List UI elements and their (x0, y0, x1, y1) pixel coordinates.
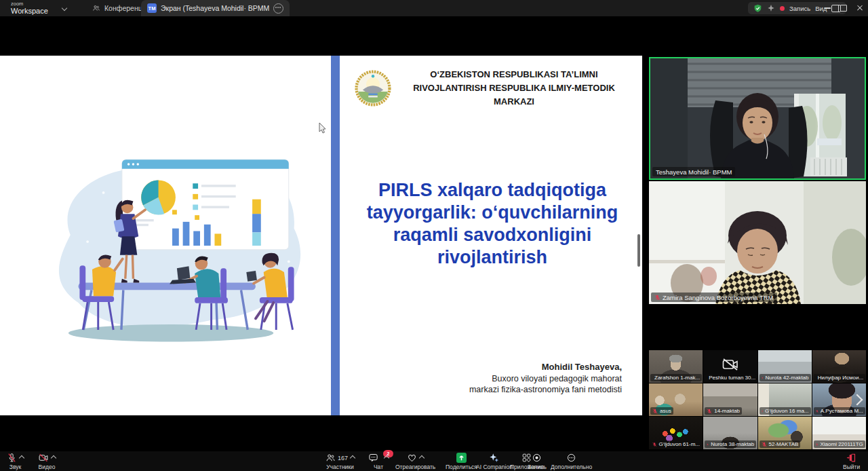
chat-icon (368, 453, 378, 463)
muted-mic-icon (762, 375, 764, 381)
organization-header: O‘ZBEKISTON RESPUBLIKASI TA’LIMNI RIVOJL… (399, 68, 629, 109)
zoom-meeting-window: zoom Workspace Конференция TM Экран (Tes… (0, 0, 868, 471)
leave-button[interactable]: Выйти (843, 453, 860, 470)
recording-status-label: Запись (789, 5, 810, 12)
participants-count: 167 (338, 455, 348, 461)
camera-muted-icon (38, 453, 49, 463)
video-button[interactable]: Видео (38, 453, 56, 470)
slide-divider-stripe (331, 56, 340, 415)
more-button[interactable]: Дополнительно (551, 453, 592, 470)
video-tile[interactable]: 52-MAKTAB (758, 417, 812, 449)
author-role-line1: Buxoro viloyati pedagogik mahorat (469, 373, 622, 385)
react-options-chevron[interactable] (419, 455, 425, 460)
video-tile[interactable]: 14-maktab (703, 383, 757, 416)
muted-mic-icon (707, 409, 712, 414)
workspace-dropdown-icon[interactable] (62, 5, 67, 11)
ai-sparkle-icon[interactable] (767, 4, 775, 12)
author-role-line2: markazi fizika-astronomiya fani metodist… (469, 384, 622, 396)
muted-mic-icon (652, 409, 658, 414)
participants-button[interactable]: 167 Участники (326, 453, 355, 470)
muted-mic-icon (816, 442, 818, 447)
mouse-cursor (319, 122, 326, 134)
audio-options-chevron[interactable] (19, 455, 24, 460)
participants-grid: Zarafshon 1-mak... Peshku tuman 30... Nu… (649, 350, 866, 449)
tab-screen-share[interactable]: TM Экран (Teshayeva Mohidil· BPMM (141, 0, 290, 16)
audio-button[interactable]: Звук (7, 453, 24, 470)
webcam-feed (649, 181, 866, 304)
record-button[interactable]: Запись (528, 453, 547, 470)
leave-door-icon (846, 453, 856, 463)
video-tile[interactable]: G‘ijduvon 61-m... (649, 417, 703, 449)
recording-dot-icon (780, 6, 785, 11)
uzbekistan-emblem (355, 70, 391, 107)
more-ellipsis-icon (566, 453, 576, 463)
chat-button[interactable]: 2 Чат (368, 453, 389, 470)
video-tile[interactable]: Nurota 38-maktab (703, 417, 757, 449)
participants-options-chevron[interactable] (350, 455, 355, 460)
muted-mic-icon (652, 442, 657, 447)
video-tile-active-speaker[interactable]: Teshayeva Mohidil· BPMM (649, 57, 866, 180)
share-screen-icon (456, 453, 467, 463)
zoom-workspace-logo: zoom Workspace (11, 1, 48, 15)
camera-off-icon (722, 358, 738, 371)
avatar: TM (147, 3, 157, 13)
window-titlebar: zoom Workspace Конференция TM Экран (Tes… (0, 0, 868, 16)
slide-title: PIRLS xalqaro tadqiqotiga tayyorgarlik: … (347, 179, 638, 269)
record-icon (532, 453, 542, 463)
ai-companion-button[interactable]: AI Companion (476, 453, 513, 470)
window-controls (819, 0, 868, 16)
muted-mic-icon (654, 295, 660, 301)
shared-screen-slide: O‘ZBEKISTON RESPUBLIKASI TA’LIMNI RIVOJL… (0, 56, 642, 415)
muted-mic-icon (816, 409, 818, 414)
video-tile[interactable]: G‘ijduvon 16 ma... (758, 383, 812, 416)
react-button[interactable]: Отреагировать (395, 453, 435, 470)
close-button[interactable] (852, 0, 868, 16)
mic-muted-icon (7, 453, 17, 463)
heart-icon (407, 453, 417, 463)
ai-companion-icon (489, 453, 499, 463)
muted-mic-icon (707, 442, 709, 447)
author-name: Mohidil Teshayeva, (469, 361, 622, 373)
slide-text-panel: O‘ZBEKISTON RESPUBLIKASI TA’LIMNI RIVOJL… (342, 56, 642, 415)
security-shield-icon[interactable] (753, 4, 762, 13)
webcam-feed (650, 58, 865, 178)
meeting-toolbar: Звук Видео 167 (0, 451, 868, 471)
muted-mic-icon (762, 409, 764, 414)
participant-name-badge: Teshayeva Mohidil· BPMM (652, 167, 735, 176)
muted-mic-icon (762, 442, 767, 447)
video-tile[interactable]: Xiaomi 220111TG (812, 417, 866, 449)
video-options-chevron[interactable] (51, 455, 56, 460)
meeting-illustration (24, 136, 322, 354)
tab-options-icon[interactable] (273, 3, 283, 14)
share-button[interactable]: Поделиться (446, 453, 477, 470)
slide-author-block: Mohidil Teshayeva, Buxoro viloyati pedag… (469, 361, 622, 396)
screen-tab-label: Экран (Teshayeva Mohidil· BPMM (161, 4, 269, 12)
video-tile[interactable]: Zarafshon 1-mak... (649, 350, 703, 383)
participants-icon (326, 453, 336, 463)
video-tile[interactable]: asus (649, 383, 703, 416)
maximize-button[interactable] (835, 0, 852, 16)
panel-resize-handle[interactable] (637, 234, 640, 267)
video-tile[interactable]: Zamira Sanginova Bozorboyevna TRM (649, 181, 866, 304)
video-tile[interactable]: Peshku tuman 30... (703, 350, 757, 383)
people-icon (92, 4, 100, 12)
minimize-button[interactable] (819, 0, 835, 16)
participant-name-badge: Zamira Sanginova Bozorboyevna TRM (651, 293, 777, 302)
video-tile[interactable]: Nurota 42-maktab (758, 350, 812, 383)
video-tile[interactable]: Нилуфар Исмои... (812, 350, 866, 383)
